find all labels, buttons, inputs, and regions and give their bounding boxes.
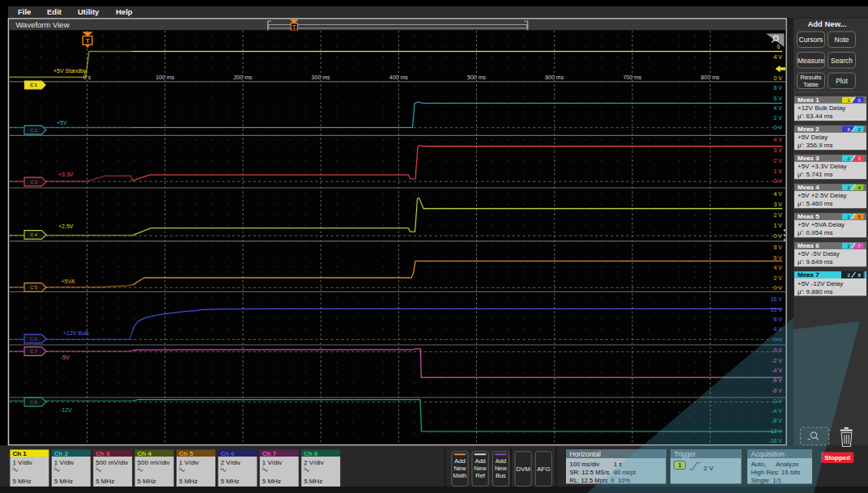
svg-text:Waveform View: Waveform View bbox=[16, 20, 70, 29]
svg-text:+12V Bulk: +12V Bulk bbox=[63, 330, 90, 336]
svg-text:File: File bbox=[18, 7, 31, 16]
svg-text:Ch 1: Ch 1 bbox=[12, 450, 27, 457]
svg-text:Ch 2: Ch 2 bbox=[54, 450, 69, 457]
svg-text:Ch 4: Ch 4 bbox=[138, 450, 152, 457]
svg-text:T: T bbox=[86, 37, 90, 45]
svg-text:Ch 3: Ch 3 bbox=[96, 450, 110, 457]
svg-text:600 ms: 600 ms bbox=[545, 74, 564, 80]
svg-text:Search: Search bbox=[831, 57, 853, 65]
svg-text:-5V: -5V bbox=[61, 355, 70, 360]
svg-text:Cursors: Cursors bbox=[799, 36, 823, 44]
svg-text:New: New bbox=[453, 465, 466, 472]
svg-text:SR: 12.5 MS/s: SR: 12.5 MS/s bbox=[570, 469, 610, 476]
svg-text:Horizontal: Horizontal bbox=[570, 450, 601, 458]
svg-text:Meas 7: Meas 7 bbox=[798, 271, 819, 278]
svg-text:Add: Add bbox=[474, 457, 485, 465]
svg-text:Utility: Utility bbox=[78, 7, 100, 16]
svg-text:1 V: 1 V bbox=[773, 168, 782, 174]
svg-text:4 V: 4 V bbox=[773, 191, 782, 197]
svg-text:5 MHz: 5 MHz bbox=[54, 478, 73, 485]
svg-text:200 ms: 200 ms bbox=[233, 74, 252, 80]
svg-text:Meas 6: Meas 6 bbox=[798, 242, 819, 249]
svg-text:Add: Add bbox=[496, 457, 506, 465]
svg-text:+5V -12V Delay: +5V -12V Delay bbox=[798, 280, 843, 287]
svg-text:+5V +3.3V Delay: +5V +3.3V Delay bbox=[798, 163, 846, 170]
svg-text:4 V: 4 V bbox=[773, 105, 782, 111]
svg-text:C 7: C 7 bbox=[30, 349, 37, 354]
svg-text:AFG: AFG bbox=[537, 465, 550, 473]
svg-text:12 V: 12 V bbox=[771, 307, 783, 312]
svg-text:5 MHz: 5 MHz bbox=[220, 478, 239, 485]
svg-text:4 V: 4 V bbox=[773, 54, 782, 60]
svg-text:Meas 3: Meas 3 bbox=[798, 155, 819, 162]
svg-text:+5V +2.5V Delay: +5V +2.5V Delay bbox=[798, 192, 846, 199]
svg-text:Meas 1: Meas 1 bbox=[798, 96, 819, 104]
svg-text:5 MHz: 5 MHz bbox=[304, 478, 322, 485]
svg-text:500 mV/div: 500 mV/div bbox=[96, 459, 128, 466]
svg-text:8 V: 8 V bbox=[773, 317, 782, 322]
svg-text:New: New bbox=[474, 465, 487, 472]
svg-text:Ch 6: Ch 6 bbox=[220, 450, 235, 457]
svg-text:Bus: Bus bbox=[496, 472, 506, 479]
svg-text:Plot: Plot bbox=[836, 77, 848, 85]
svg-text:C 6: C 6 bbox=[30, 337, 37, 342]
svg-text:2 V: 2 V bbox=[773, 212, 782, 218]
svg-text:Note: Note bbox=[835, 36, 849, 44]
svg-text:5 MHz: 5 MHz bbox=[138, 478, 156, 485]
svg-text:μ': 9.880 ms: μ': 9.880 ms bbox=[798, 288, 833, 295]
svg-text:0 V: 0 V bbox=[773, 285, 782, 291]
svg-text:DVM: DVM bbox=[516, 465, 530, 473]
svg-text:C 1: C 1 bbox=[30, 83, 37, 87]
svg-text:5 MHz: 5 MHz bbox=[179, 478, 198, 485]
svg-text:6 V: 6 V bbox=[773, 255, 782, 261]
svg-text:Table: Table bbox=[803, 81, 819, 88]
svg-text:Ch 5: Ch 5 bbox=[179, 450, 194, 457]
svg-text:μ': 5.460 ms: μ': 5.460 ms bbox=[798, 200, 833, 207]
svg-text:+5V Delay: +5V Delay bbox=[798, 134, 828, 141]
svg-text:μ': 9.649 ms: μ': 9.649 ms bbox=[798, 258, 833, 266]
svg-text:Meas 2: Meas 2 bbox=[798, 125, 819, 133]
svg-text:Add: Add bbox=[454, 457, 465, 465]
svg-text:8 V: 8 V bbox=[773, 244, 782, 250]
svg-text:-12V: -12V bbox=[60, 407, 72, 413]
svg-text:+2.5V: +2.5V bbox=[58, 223, 74, 229]
svg-text:Stopped: Stopped bbox=[824, 454, 850, 461]
svg-text:500 mV/div: 500 mV/div bbox=[138, 459, 170, 466]
svg-text:6 V: 6 V bbox=[773, 96, 782, 101]
svg-text:4 V: 4 V bbox=[773, 265, 782, 270]
svg-text:300 ms: 300 ms bbox=[312, 74, 330, 80]
svg-text:2 V: 2 V bbox=[773, 275, 782, 281]
svg-text:Measure: Measure bbox=[798, 57, 824, 65]
svg-text:Edit: Edit bbox=[47, 7, 62, 16]
svg-text:+5V: +5V bbox=[57, 120, 67, 125]
svg-text:2 V: 2 V bbox=[773, 115, 782, 121]
svg-text:400 ms: 400 ms bbox=[389, 74, 408, 80]
svg-text:2 V/div: 2 V/div bbox=[220, 459, 240, 466]
svg-text:16 V: 16 V bbox=[771, 296, 783, 302]
svg-text:μ': 0.954 ms: μ': 0.954 ms bbox=[798, 229, 833, 236]
svg-text:Ref: Ref bbox=[475, 472, 486, 479]
svg-text:C 8: C 8 bbox=[30, 400, 37, 405]
svg-text:5 MHz: 5 MHz bbox=[12, 478, 31, 485]
svg-text:+12V Bulk Delay: +12V Bulk Delay bbox=[798, 104, 845, 112]
svg-text:C 3: C 3 bbox=[30, 180, 37, 185]
svg-text:5 MHz: 5 MHz bbox=[96, 478, 114, 485]
svg-text:6: 6 bbox=[777, 44, 781, 49]
svg-text:0 V: 0 V bbox=[773, 125, 782, 130]
svg-text:μ': 5.741 ms: μ': 5.741 ms bbox=[798, 171, 833, 178]
svg-text:100 ms/div: 100 ms/div bbox=[570, 461, 600, 468]
svg-text:4 V: 4 V bbox=[773, 137, 782, 142]
svg-text:+5V -5V Delay: +5V -5V Delay bbox=[798, 250, 840, 257]
svg-text:700 ms: 700 ms bbox=[623, 74, 641, 80]
svg-text:+5VA: +5VA bbox=[62, 278, 75, 284]
svg-text:3 V: 3 V bbox=[773, 202, 782, 207]
svg-text:0 V: 0 V bbox=[773, 233, 782, 239]
svg-text:8 V: 8 V bbox=[773, 85, 782, 91]
svg-text:New: New bbox=[495, 465, 508, 472]
svg-text:Ch 7: Ch 7 bbox=[262, 450, 277, 457]
svg-text:C 4: C 4 bbox=[30, 232, 37, 237]
svg-text:2 V/div: 2 V/div bbox=[304, 459, 323, 466]
svg-text:+5V +5VA Delay: +5V +5VA Delay bbox=[798, 221, 845, 228]
svg-text:500 ms: 500 ms bbox=[467, 74, 486, 80]
svg-text:800 ms: 800 ms bbox=[701, 74, 720, 80]
